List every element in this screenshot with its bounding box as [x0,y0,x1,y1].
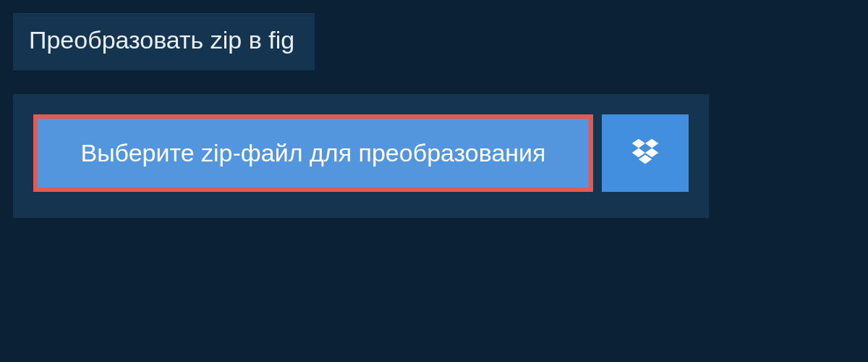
select-file-label: Выберите zip-файл для преобразования [81,139,546,167]
tab-convert-zip-to-fig[interactable]: Преобразовать zip в fig [13,13,315,70]
conversion-panel: Выберите zip-файл для преобразования [13,94,709,218]
button-row: Выберите zip-файл для преобразования [33,114,689,192]
dropbox-button[interactable] [602,114,689,192]
dropbox-icon [629,136,661,171]
tab-title: Преобразовать zip в fig [29,26,294,54]
select-file-button[interactable]: Выберите zip-файл для преобразования [33,114,593,192]
